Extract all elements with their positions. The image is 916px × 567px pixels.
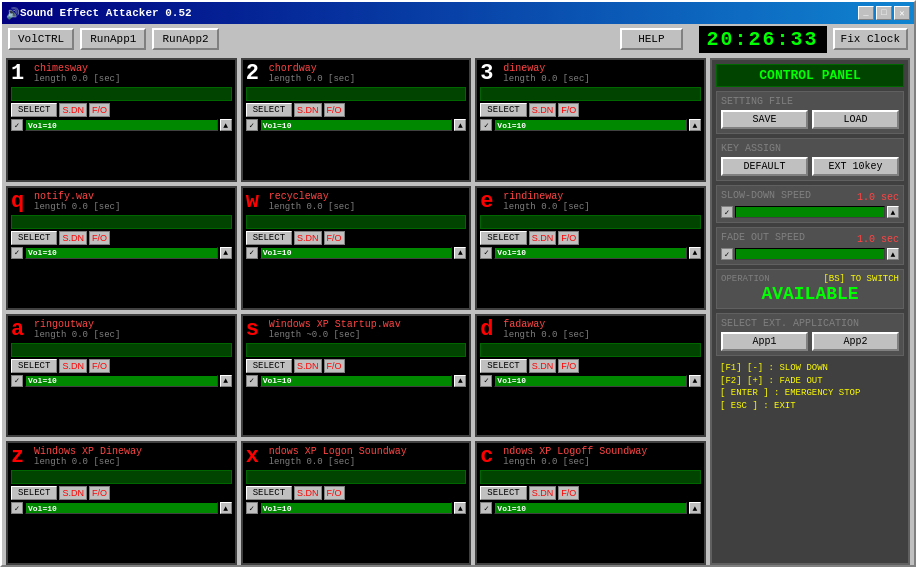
vol-checkbox[interactable]: ✓ — [480, 247, 492, 259]
vol-checkbox[interactable]: ✓ — [480, 375, 492, 387]
vol-bar: Vol=10 — [260, 502, 453, 514]
sdn-button[interactable]: S.DN — [294, 103, 322, 117]
cell-length: length 0.0 [sec] — [34, 457, 232, 467]
help-button[interactable]: HELP — [620, 28, 682, 50]
vol-text: Vol=10 — [263, 121, 292, 130]
vol-up-button[interactable]: ▲ — [454, 119, 466, 131]
vol-bar: Vol=10 — [494, 247, 687, 259]
vol-checkbox[interactable]: ✓ — [11, 502, 23, 514]
sdn-button[interactable]: S.DN — [294, 486, 322, 500]
close-button[interactable]: ✕ — [894, 6, 910, 20]
cell-header: z Windows XP Dineway length 0.0 [sec] — [11, 446, 232, 468]
minimize-button[interactable]: _ — [858, 6, 874, 20]
cell-display — [480, 343, 701, 357]
vol-checkbox[interactable]: ✓ — [480, 502, 492, 514]
vol-up-button[interactable]: ▲ — [454, 247, 466, 259]
fo-button[interactable]: F/O — [558, 103, 579, 117]
vol-checkbox[interactable]: ✓ — [246, 502, 258, 514]
cell-length: length ~0.0 [sec] — [269, 330, 467, 340]
app2-button[interactable]: App2 — [812, 332, 899, 351]
runapp1-button[interactable]: RunApp1 — [80, 28, 146, 50]
fade-out-slider[interactable] — [735, 248, 885, 260]
default-button[interactable]: DEFAULT — [721, 157, 808, 176]
vol-up-button[interactable]: ▲ — [220, 502, 232, 514]
select-button[interactable]: SELECT — [11, 486, 57, 500]
fix-clock-button[interactable]: Fix Clock — [833, 28, 908, 50]
select-button[interactable]: SELECT — [11, 359, 57, 373]
slow-down-slider[interactable] — [735, 206, 885, 218]
vol-checkbox[interactable]: ✓ — [11, 247, 23, 259]
vol-up-button[interactable]: ▲ — [220, 119, 232, 131]
vol-up-button[interactable]: ▲ — [689, 375, 701, 387]
available-section: OPERATION [BS] TO SWITCH AVAILABLE — [716, 269, 904, 309]
sdn-button[interactable]: S.DN — [59, 359, 87, 373]
vol-up-button[interactable]: ▲ — [689, 502, 701, 514]
select-button[interactable]: SELECT — [246, 103, 292, 117]
maximize-button[interactable]: □ — [876, 6, 892, 20]
runapp2-button[interactable]: RunApp2 — [152, 28, 218, 50]
fo-button[interactable]: F/O — [89, 103, 110, 117]
fo-button[interactable]: F/O — [324, 359, 345, 373]
vol-up-button[interactable]: ▲ — [220, 247, 232, 259]
select-button[interactable]: SELECT — [480, 486, 526, 500]
sdn-button[interactable]: S.DN — [59, 486, 87, 500]
cell-buttons: SELECT S.DN F/O — [246, 231, 467, 245]
vol-checkbox[interactable]: ✓ — [11, 375, 23, 387]
fo-button[interactable]: F/O — [324, 231, 345, 245]
sdn-button[interactable]: S.DN — [294, 231, 322, 245]
fo-button[interactable]: F/O — [324, 486, 345, 500]
ext10key-button[interactable]: EXT 10key — [812, 157, 899, 176]
select-button[interactable]: SELECT — [246, 359, 292, 373]
vol-row: ✓ Vol=10 ▲ — [480, 375, 701, 387]
vol-row: ✓ Vol=10 ▲ — [480, 119, 701, 131]
save-button[interactable]: SAVE — [721, 110, 808, 129]
sdn-button[interactable]: S.DN — [529, 359, 557, 373]
sdn-button[interactable]: S.DN — [59, 231, 87, 245]
vol-up-button[interactable]: ▲ — [454, 502, 466, 514]
vol-up-button[interactable]: ▲ — [689, 247, 701, 259]
fo-button[interactable]: F/O — [89, 486, 110, 500]
select-button[interactable]: SELECT — [246, 231, 292, 245]
fo-button[interactable]: F/O — [558, 231, 579, 245]
volctrl-button[interactable]: VolCTRL — [8, 28, 74, 50]
vol-row: ✓ Vol=10 ▲ — [480, 247, 701, 259]
cell-key: q — [11, 191, 31, 213]
select-button[interactable]: SELECT — [480, 231, 526, 245]
cell-name: chimesway — [34, 63, 232, 74]
vol-checkbox[interactable]: ✓ — [246, 375, 258, 387]
sdn-button[interactable]: S.DN — [529, 103, 557, 117]
sdn-button[interactable]: S.DN — [294, 359, 322, 373]
cell-name: rindineway — [503, 191, 701, 202]
fo-button[interactable]: F/O — [324, 103, 345, 117]
fo-button[interactable]: F/O — [89, 359, 110, 373]
sdn-button[interactable]: S.DN — [529, 231, 557, 245]
sdn-button[interactable]: S.DN — [529, 486, 557, 500]
vol-checkbox[interactable]: ✓ — [480, 119, 492, 131]
vol-up-button[interactable]: ▲ — [220, 375, 232, 387]
load-button[interactable]: LOAD — [812, 110, 899, 129]
cell-display — [480, 470, 701, 484]
select-button[interactable]: SELECT — [480, 103, 526, 117]
vol-checkbox[interactable]: ✓ — [246, 119, 258, 131]
select-button[interactable]: SELECT — [11, 231, 57, 245]
cp-title: CONTROL PANEL — [716, 64, 904, 87]
fade-out-checkbox[interactable]: ✓ — [721, 248, 733, 260]
fo-button[interactable]: F/O — [558, 486, 579, 500]
app1-button[interactable]: App1 — [721, 332, 808, 351]
fade-out-up[interactable]: ▲ — [887, 248, 899, 260]
slow-down-up[interactable]: ▲ — [887, 206, 899, 218]
select-button[interactable]: SELECT — [11, 103, 57, 117]
sdn-button[interactable]: S.DN — [59, 103, 87, 117]
vol-checkbox[interactable]: ✓ — [11, 119, 23, 131]
vol-checkbox[interactable]: ✓ — [246, 247, 258, 259]
vol-up-button[interactable]: ▲ — [689, 119, 701, 131]
slow-down-checkbox[interactable]: ✓ — [721, 206, 733, 218]
fo-button[interactable]: F/O — [89, 231, 110, 245]
select-button[interactable]: SELECT — [246, 486, 292, 500]
cell-display — [246, 215, 467, 229]
cell-buttons: SELECT S.DN F/O — [480, 359, 701, 373]
fo-button[interactable]: F/O — [558, 359, 579, 373]
vol-text: Vol=10 — [497, 376, 526, 385]
vol-up-button[interactable]: ▲ — [454, 375, 466, 387]
select-button[interactable]: SELECT — [480, 359, 526, 373]
